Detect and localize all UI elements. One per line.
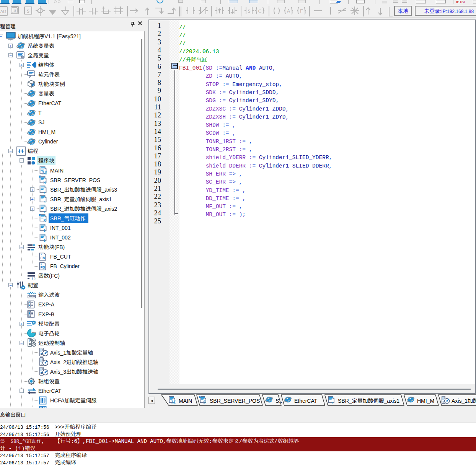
svg-text:s: s — [44, 200, 46, 203]
svg-text:$: $ — [41, 253, 42, 255]
svg-text:s: s — [44, 190, 46, 194]
svg-text:M: M — [42, 170, 47, 175]
svg-text:S: S — [43, 218, 46, 223]
svg-text:S: S — [43, 179, 46, 184]
svg-text:A: A — [287, 8, 290, 14]
svg-text:C: C — [258, 8, 262, 14]
svg-text:s: s — [39, 214, 41, 216]
svg-text:S: S — [203, 399, 206, 404]
svg-text:s: s — [39, 176, 41, 178]
svg-text:M: M — [171, 399, 176, 404]
svg-text:S: S — [248, 8, 250, 14]
svg-text:( ): ( ) — [32, 277, 36, 280]
svg-text:I: I — [44, 237, 46, 242]
svg-text:s: s — [44, 209, 46, 213]
svg-text:s: s — [332, 400, 334, 404]
svg-text:I: I — [44, 227, 46, 232]
svg-text:FB: FB — [41, 256, 45, 259]
svg-text:$: $ — [41, 262, 42, 265]
svg-text:F: F — [300, 8, 303, 14]
svg-text:FB: FB — [41, 265, 45, 269]
